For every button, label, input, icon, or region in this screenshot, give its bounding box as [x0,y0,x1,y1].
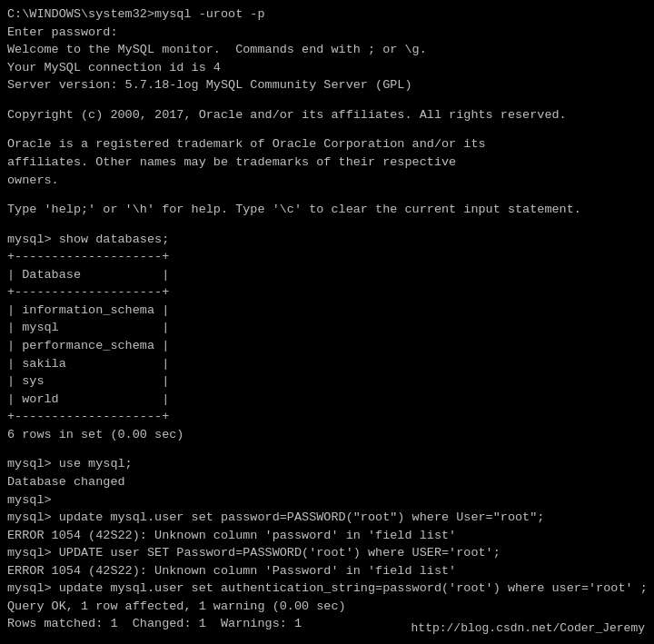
terminal-line-table-row3: | performance_schema | [7,337,647,355]
terminal-spacer [7,124,647,135]
terminal-line-database-changed: Database changed [7,473,647,491]
terminal-line-table-sep: +--------------------+ [7,283,647,302]
terminal-line-oracle1: Oracle is a registered trademark of Orac… [7,135,647,154]
terminal-line-oracle3: owners. [7,172,647,190]
terminal-line-use-mysql-cmd: mysql> use mysql; [7,455,647,473]
watermark: http://blog.csdn.net/Coder_Jeremy [411,621,645,635]
terminal-line-table-header: | Database | [7,266,647,284]
terminal-line-cmd-prompt: C:\WINDOWS\system32>mysql -uroot -p [7,5,647,24]
terminal-line-rows-set: 6 rows in set (0.00 sec) [7,426,647,444]
terminal-line-table-row1: | information_schema | [7,302,647,320]
terminal-content: C:\WINDOWS\system32>mysql -uroot -pEnter… [7,5,647,644]
terminal-line-update-cmd1: mysql> update mysql.user set password=PA… [7,509,647,527]
terminal-spacer [7,189,647,201]
terminal-line-table-row2: | mysql | [7,319,647,337]
terminal-spacer [7,219,647,231]
terminal-line-welcome: Welcome to the MySQL monitor. Commands e… [7,41,647,59]
terminal-line-table-top: +--------------------+ [7,248,647,266]
terminal-line-mysql-prompt: mysql> [7,491,647,510]
terminal-line-server-version: Server version: 5.7.18-log MySQL Communi… [7,76,647,94]
terminal-line-table-row4: | sakila | [7,355,647,373]
terminal-line-query-ok1: Query OK, 1 row affected, 1 warning (0.0… [7,598,647,616]
terminal-spacer [7,443,647,455]
terminal-line-update-cmd2: mysql> UPDATE user SET Password=PASSWORD… [7,544,647,562]
terminal-line-error2: ERROR 1054 (42S22): Unknown column 'Pass… [7,562,647,580]
terminal-line-table-row5: | sys | [7,372,647,391]
terminal-spacer [7,94,647,106]
terminal-line-connection-id: Your MySQL connection id is 4 [7,59,647,77]
terminal-window: C:\WINDOWS\system32>mysql -uroot -pEnter… [0,0,654,644]
terminal-line-show-databases-cmd: mysql> show databases; [7,231,647,249]
terminal-line-copyright1: Copyright (c) 2000, 2017, Oracle and/or … [7,106,647,124]
terminal-line-update-cmd3: mysql> update mysql.user set authenticat… [7,580,647,598]
terminal-line-error1: ERROR 1054 (42S22): Unknown column 'pass… [7,527,647,545]
terminal-line-oracle2: affiliates. Other names may be trademark… [7,154,647,172]
terminal-line-table-row6: | world | [7,391,647,409]
terminal-line-table-bottom: +--------------------+ [7,408,647,426]
terminal-line-enter-password: Enter password: [7,24,647,42]
terminal-line-help-hint: Type 'help;' or '\h' for help. Type '\c'… [7,201,647,219]
